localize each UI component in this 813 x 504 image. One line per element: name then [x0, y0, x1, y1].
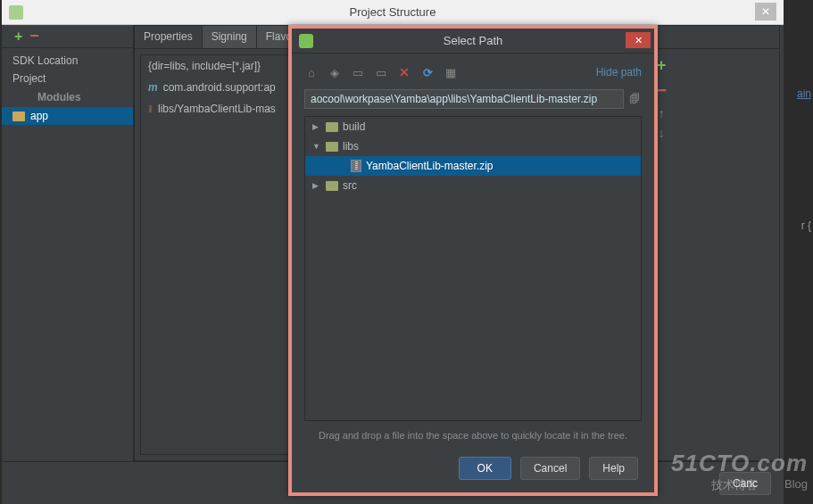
path-input[interactable]	[304, 89, 624, 109]
tree-label: libs	[343, 140, 359, 153]
hide-path-link[interactable]: Hide path	[596, 66, 642, 78]
sidebar-item-sdk[interactable]: SDK Location	[2, 52, 133, 70]
show-hidden-icon[interactable]: ▦	[444, 65, 458, 79]
tab-properties[interactable]: Properties	[135, 26, 203, 48]
tree-label: src	[343, 179, 357, 192]
select-path-dialog: Select Path ✕ ⌂ ◈ ▭ ▭ ✕ ⟳ ▦ Hide path 🗐 …	[288, 25, 658, 496]
project-icon[interactable]: ▭	[351, 65, 365, 79]
tree-item-build[interactable]: ▶ build	[305, 117, 641, 136]
module-folder-icon	[12, 112, 25, 121]
archive-icon	[351, 160, 361, 172]
app-icon	[9, 5, 23, 20]
cancel-button[interactable]: Canc	[719, 472, 771, 495]
window-title: Project Structure	[350, 5, 436, 19]
tree-item-libs[interactable]: ▼ libs	[305, 136, 641, 156]
move-up-icon[interactable]: ↑	[659, 106, 665, 120]
path-toolbar: ⌂ ◈ ▭ ▭ ✕ ⟳ ▦ Hide path	[304, 62, 642, 82]
chevron-right-icon: ▶	[312, 181, 321, 190]
close-icon[interactable]: ✕	[755, 3, 776, 21]
sidebar-item-project[interactable]: Project	[2, 70, 133, 87]
dep-text: {dir=libs, include=[*.jar]}	[148, 60, 261, 72]
sidebar: + − SDK Location Project Modules app	[2, 25, 134, 461]
move-down-icon[interactable]: ↓	[659, 126, 665, 140]
select-path-footer: OK Cancel Help	[304, 450, 642, 492]
maven-icon: m	[148, 81, 158, 94]
file-tree[interactable]: ▶ build ▼ libs YambaClientLib-master.zip…	[304, 116, 642, 421]
folder-icon	[326, 142, 338, 152]
dep-text: com.android.support:ap	[163, 81, 276, 94]
tree-item-src[interactable]: ▶ src	[305, 176, 641, 195]
folder-icon	[326, 122, 338, 132]
ok-button[interactable]: OK	[459, 457, 511, 480]
tab-signing[interactable]: Signing	[203, 26, 257, 48]
tree-item-zip[interactable]: YambaClientLib-master.zip	[305, 156, 641, 176]
editor-text: r {	[801, 219, 811, 232]
add-dependency-icon[interactable]: +	[657, 56, 667, 75]
cancel-button[interactable]: Cancel	[520, 457, 580, 480]
close-icon[interactable]: ✕	[626, 32, 651, 48]
library-icon: ⦀	[148, 103, 153, 115]
drop-hint: Drag and drop a file into the space abov…	[304, 421, 642, 450]
remove-icon[interactable]: −	[29, 27, 39, 45]
refresh-icon[interactable]: ⟳	[420, 65, 435, 79]
editor-link[interactable]: ain	[797, 87, 811, 100]
dep-text: libs/YambaClientLib-mas	[158, 103, 276, 115]
add-icon[interactable]: +	[14, 29, 22, 45]
new-folder-icon[interactable]: ▭	[374, 65, 388, 79]
android-studio-icon	[299, 34, 313, 48]
project-structure-titlebar[interactable]: Project Structure ✕	[2, 0, 784, 25]
sidebar-item-label: app	[30, 110, 48, 122]
select-path-titlebar[interactable]: Select Path ✕	[292, 29, 654, 54]
sidebar-header-modules: Modules	[2, 87, 133, 107]
tree-label: build	[343, 120, 365, 133]
path-row: 🗐	[304, 89, 642, 109]
help-button[interactable]: Help	[589, 457, 638, 480]
home-icon[interactable]: ⌂	[304, 65, 319, 79]
desktop-icon[interactable]: ◈	[328, 65, 342, 79]
tree-label: YambaClientLib-master.zip	[366, 160, 494, 172]
delete-icon[interactable]: ✕	[397, 65, 411, 79]
sidebar-item-app[interactable]: app	[2, 107, 133, 125]
history-icon[interactable]: 🗐	[627, 93, 642, 105]
folder-icon	[326, 181, 338, 191]
chevron-down-icon: ▼	[312, 142, 321, 151]
editor-gutter: ain r {	[784, 25, 813, 504]
dialog-title: Select Path	[444, 34, 503, 47]
chevron-right-icon: ▶	[312, 122, 321, 131]
